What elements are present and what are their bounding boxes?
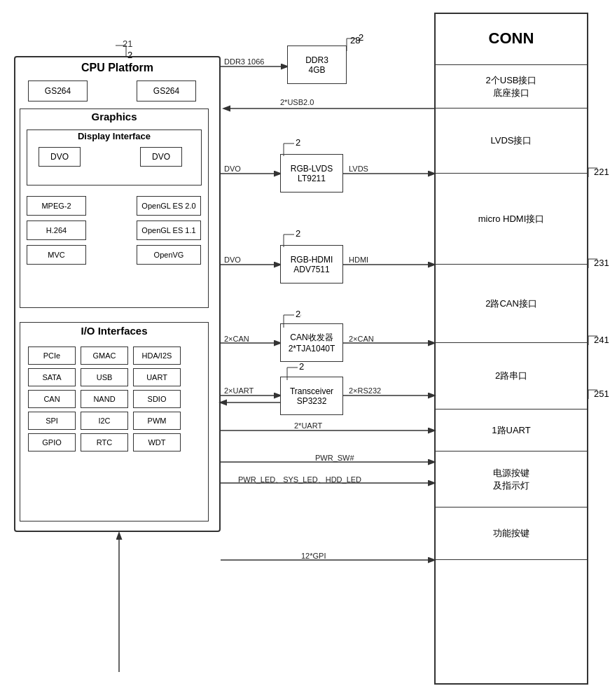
- graphics-label: Graphics: [20, 111, 209, 122]
- ref251-line: [585, 386, 599, 400]
- gs264-right-box: GS264: [137, 80, 196, 102]
- h264-box: H.264: [27, 220, 86, 240]
- svg-text:25: 25: [299, 361, 305, 372]
- conn-row-can: 2路CAN接口: [434, 265, 588, 343]
- io-rtc: RTC: [81, 433, 128, 451]
- dvo-signal-label: DVO: [224, 164, 241, 173]
- io-gpio: GPIO: [28, 433, 76, 451]
- usb20-signal-label: 2*USB2.0: [280, 98, 314, 106]
- openvg-box: OpenVG: [137, 245, 201, 265]
- opengl11-box: OpenGL ES 1.1: [137, 220, 201, 240]
- mpeg2-box: MPEG-2: [27, 196, 86, 216]
- ref24-bracket: 24: [280, 308, 301, 329]
- ddr3-box: DDR34GB: [287, 46, 347, 84]
- io-pcie: PCIe: [28, 346, 76, 365]
- rs232-signal-label: 2×RS232: [349, 386, 381, 395]
- transceiver-label: TransceiverSP3232: [290, 386, 333, 406]
- io-wdt: WDT: [133, 433, 181, 451]
- conn-row-usb: 2个USB接口底座接口: [434, 65, 588, 108]
- diagram-container: 21 21 CPU Platform GS264 GS264 Graphics …: [0, 0, 610, 700]
- can-receiver-label: CAN收发器2*TJA1040T: [289, 332, 335, 354]
- opengl20-box: OpenGL ES 2.0: [137, 196, 201, 216]
- ref28-bracket: 28: [343, 31, 364, 52]
- svg-text:23: 23: [296, 228, 301, 239]
- ref231-line: [585, 255, 599, 270]
- conn-row-func: 功能按键: [434, 507, 588, 560]
- io-sata: SATA: [28, 368, 76, 386]
- display-interface-label: Display Interface: [27, 131, 202, 141]
- cpu-platform-label: CPU Platform: [14, 62, 221, 74]
- io-pwm: PWM: [133, 412, 181, 430]
- io-gmac: GMAC: [81, 346, 128, 365]
- conn-row-lvds: LVDS接口: [434, 108, 588, 174]
- io-nand: NAND: [81, 390, 128, 408]
- io-can: CAN: [28, 390, 76, 408]
- transceiver-box: TransceiverSP3232: [280, 377, 343, 415]
- uart-direct-label: 2*UART: [294, 421, 322, 430]
- svg-text:24: 24: [296, 309, 301, 319]
- rgb-hdmi-box: RGB-HDMIADV7511: [280, 245, 343, 284]
- ref221-line: [585, 164, 599, 178]
- io-hdai2s: HDA/I2S: [133, 346, 181, 365]
- svg-text:22: 22: [296, 137, 301, 148]
- can-right-signal-label: 2×CAN: [349, 335, 374, 343]
- conn-row-uart: 1路UART: [434, 410, 588, 451]
- ref23-bracket: 23: [280, 227, 301, 248]
- io-label: I/O Interfaces: [20, 325, 209, 337]
- io-sdio: SDIO: [133, 390, 181, 408]
- conn-header: CONN: [434, 13, 588, 65]
- gs264-left-box: GS264: [28, 80, 88, 102]
- rgb-lvds-box: RGB-LVDSLT9211: [280, 154, 343, 192]
- rgb-hdmi-label: RGB-HDMIADV7511: [291, 255, 333, 274]
- conn-row-pwr: 电源按键及指示灯: [434, 451, 588, 507]
- uart-signal-label: 2×UART: [224, 386, 254, 395]
- io-spi: SPI: [28, 412, 76, 430]
- io-i2c: I2C: [81, 412, 128, 430]
- conn-row-hdmi: micro HDMI接口: [434, 174, 588, 265]
- io-usb: USB: [81, 368, 128, 386]
- pwr-led-label: PWR_LED、SYS_LED、HDD_LED: [238, 475, 361, 485]
- ddr3-label: DDR34GB: [305, 55, 328, 75]
- can-receiver-box: CAN收发器2*TJA1040T: [280, 323, 343, 362]
- mvc-box: MVC: [27, 245, 86, 265]
- ref25-bracket: 25: [284, 360, 305, 382]
- rgb-lvds-label: RGB-LVDSLT9211: [291, 164, 333, 183]
- dvo-right-box: DVO: [140, 147, 182, 167]
- ref22-bracket: 22: [280, 136, 301, 158]
- gpi-label: 12*GPI: [301, 552, 326, 560]
- hdmi-signal-label: HDMI: [349, 255, 368, 264]
- svg-text:28: 28: [359, 32, 364, 43]
- can-left-signal-label: 2×CAN: [224, 335, 249, 343]
- ref241-line: [585, 332, 599, 346]
- ddr3-signal-label: DDR3 1066: [224, 57, 264, 66]
- pwr-sw-label: PWR_SW#: [315, 454, 354, 462]
- io-uart: UART: [133, 368, 181, 386]
- dvo-left-box: DVO: [39, 147, 81, 167]
- conn-row-serial: 2路串口: [434, 343, 588, 410]
- lvds-signal-label: LVDS: [349, 164, 368, 173]
- conn-row-empty: [434, 560, 588, 685]
- dvo2-signal-label: DVO: [224, 255, 241, 264]
